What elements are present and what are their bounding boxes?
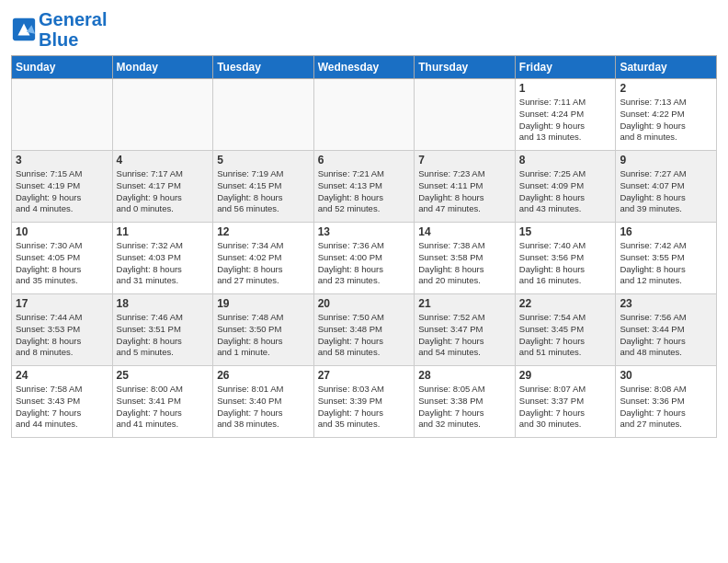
col-wednesday: Wednesday [313, 56, 415, 79]
day-cell: 26Sunrise: 8:01 AM Sunset: 3:40 PM Dayli… [213, 366, 314, 438]
day-info: Sunrise: 7:17 AM Sunset: 4:17 PM Dayligh… [117, 168, 210, 215]
day-info: Sunrise: 7:34 AM Sunset: 4:02 PM Dayligh… [217, 240, 310, 287]
day-number: 16 [620, 225, 712, 238]
header: General Blue [11, 9, 717, 50]
day-number: 9 [620, 154, 712, 167]
day-info: Sunrise: 7:52 AM Sunset: 3:47 PM Dayligh… [418, 312, 511, 359]
day-info: Sunrise: 7:23 AM Sunset: 4:11 PM Dayligh… [418, 168, 511, 215]
day-number: 20 [318, 297, 411, 310]
week-row-2: 3Sunrise: 7:15 AM Sunset: 4:19 PM Daylig… [12, 151, 717, 223]
day-info: Sunrise: 7:30 AM Sunset: 4:05 PM Dayligh… [16, 240, 108, 287]
day-cell: 29Sunrise: 8:07 AM Sunset: 3:37 PM Dayli… [515, 366, 616, 438]
day-cell: 27Sunrise: 8:03 AM Sunset: 3:39 PM Dayli… [313, 366, 415, 438]
day-cell: 25Sunrise: 8:00 AM Sunset: 3:41 PM Dayli… [112, 366, 213, 438]
day-cell: 8Sunrise: 7:25 AM Sunset: 4:09 PM Daylig… [515, 151, 616, 223]
day-info: Sunrise: 7:19 AM Sunset: 4:15 PM Dayligh… [217, 168, 310, 215]
day-info: Sunrise: 7:25 AM Sunset: 4:09 PM Dayligh… [519, 168, 612, 215]
day-cell: 19Sunrise: 7:48 AM Sunset: 3:50 PM Dayli… [213, 294, 314, 366]
day-cell: 14Sunrise: 7:38 AM Sunset: 3:58 PM Dayli… [415, 223, 516, 294]
day-cell [415, 79, 516, 151]
day-cell: 16Sunrise: 7:42 AM Sunset: 3:55 PM Dayli… [616, 223, 717, 294]
day-number: 5 [217, 154, 310, 167]
day-number: 13 [318, 225, 411, 238]
week-row-5: 24Sunrise: 7:58 AM Sunset: 3:43 PM Dayli… [12, 366, 717, 438]
day-number: 21 [418, 297, 511, 310]
day-info: Sunrise: 7:21 AM Sunset: 4:13 PM Dayligh… [318, 168, 411, 215]
day-info: Sunrise: 7:46 AM Sunset: 3:51 PM Dayligh… [117, 312, 210, 359]
day-info: Sunrise: 8:01 AM Sunset: 3:40 PM Dayligh… [217, 384, 310, 431]
day-cell: 10Sunrise: 7:30 AM Sunset: 4:05 PM Dayli… [12, 223, 113, 294]
day-number: 11 [117, 225, 210, 238]
day-number: 18 [117, 297, 210, 310]
day-info: Sunrise: 7:38 AM Sunset: 3:58 PM Dayligh… [418, 240, 511, 287]
day-cell: 12Sunrise: 7:34 AM Sunset: 4:02 PM Dayli… [213, 223, 314, 294]
day-number: 26 [217, 369, 310, 382]
day-cell: 6Sunrise: 7:21 AM Sunset: 4:13 PM Daylig… [313, 151, 415, 223]
col-sunday: Sunday [12, 56, 113, 79]
day-info: Sunrise: 7:36 AM Sunset: 4:00 PM Dayligh… [318, 240, 411, 287]
header-row: Sunday Monday Tuesday Wednesday Thursday… [12, 56, 717, 79]
col-monday: Monday [112, 56, 213, 79]
day-info: Sunrise: 7:50 AM Sunset: 3:48 PM Dayligh… [318, 312, 411, 359]
col-tuesday: Tuesday [213, 56, 314, 79]
day-cell: 4Sunrise: 7:17 AM Sunset: 4:17 PM Daylig… [112, 151, 213, 223]
day-cell: 3Sunrise: 7:15 AM Sunset: 4:19 PM Daylig… [12, 151, 113, 223]
day-cell: 15Sunrise: 7:40 AM Sunset: 3:56 PM Dayli… [515, 223, 616, 294]
day-number: 17 [16, 297, 108, 310]
day-cell: 24Sunrise: 7:58 AM Sunset: 3:43 PM Dayli… [12, 366, 113, 438]
day-info: Sunrise: 8:00 AM Sunset: 3:41 PM Dayligh… [117, 384, 210, 431]
day-cell: 5Sunrise: 7:19 AM Sunset: 4:15 PM Daylig… [213, 151, 314, 223]
day-number: 15 [519, 225, 612, 238]
day-number: 30 [620, 369, 712, 382]
day-info: Sunrise: 8:05 AM Sunset: 3:38 PM Dayligh… [418, 384, 511, 431]
day-cell: 1Sunrise: 7:11 AM Sunset: 4:24 PM Daylig… [515, 79, 616, 151]
logo-icon [11, 17, 37, 42]
week-row-4: 17Sunrise: 7:44 AM Sunset: 3:53 PM Dayli… [12, 294, 717, 366]
col-friday: Friday [515, 56, 616, 79]
page-container: General Blue Sunday Monday Tuesday Wedne… [0, 0, 728, 443]
day-cell: 22Sunrise: 7:54 AM Sunset: 3:45 PM Dayli… [515, 294, 616, 366]
day-cell: 30Sunrise: 8:08 AM Sunset: 3:36 PM Dayli… [616, 366, 717, 438]
day-cell: 17Sunrise: 7:44 AM Sunset: 3:53 PM Dayli… [12, 294, 113, 366]
day-number: 25 [117, 369, 210, 382]
day-cell [313, 79, 415, 151]
day-cell: 28Sunrise: 8:05 AM Sunset: 3:38 PM Dayli… [415, 366, 516, 438]
day-cell [12, 79, 113, 151]
day-number: 12 [217, 225, 310, 238]
day-info: Sunrise: 7:27 AM Sunset: 4:07 PM Dayligh… [620, 168, 712, 215]
day-cell: 21Sunrise: 7:52 AM Sunset: 3:47 PM Dayli… [415, 294, 516, 366]
week-row-3: 10Sunrise: 7:30 AM Sunset: 4:05 PM Dayli… [12, 223, 717, 294]
calendar-table: Sunday Monday Tuesday Wednesday Thursday… [11, 55, 717, 438]
day-info: Sunrise: 7:44 AM Sunset: 3:53 PM Dayligh… [16, 312, 108, 359]
day-cell [112, 79, 213, 151]
day-number: 2 [620, 82, 712, 95]
day-cell: 2Sunrise: 7:13 AM Sunset: 4:22 PM Daylig… [616, 79, 717, 151]
day-cell: 20Sunrise: 7:50 AM Sunset: 3:48 PM Dayli… [313, 294, 415, 366]
day-cell: 18Sunrise: 7:46 AM Sunset: 3:51 PM Dayli… [112, 294, 213, 366]
day-info: Sunrise: 8:07 AM Sunset: 3:37 PM Dayligh… [519, 384, 612, 431]
day-cell: 9Sunrise: 7:27 AM Sunset: 4:07 PM Daylig… [616, 151, 717, 223]
logo: General Blue [11, 9, 107, 50]
day-cell [213, 79, 314, 151]
day-number: 19 [217, 297, 310, 310]
day-number: 6 [318, 154, 411, 167]
day-info: Sunrise: 7:40 AM Sunset: 3:56 PM Dayligh… [519, 240, 612, 287]
day-number: 24 [16, 369, 108, 382]
col-thursday: Thursday [415, 56, 516, 79]
day-cell: 13Sunrise: 7:36 AM Sunset: 4:00 PM Dayli… [313, 223, 415, 294]
day-info: Sunrise: 7:54 AM Sunset: 3:45 PM Dayligh… [519, 312, 612, 359]
day-info: Sunrise: 8:08 AM Sunset: 3:36 PM Dayligh… [620, 384, 712, 431]
day-info: Sunrise: 7:32 AM Sunset: 4:03 PM Dayligh… [117, 240, 210, 287]
col-saturday: Saturday [616, 56, 717, 79]
day-number: 1 [519, 82, 612, 95]
day-number: 27 [318, 369, 411, 382]
week-row-1: 1Sunrise: 7:11 AM Sunset: 4:24 PM Daylig… [12, 79, 717, 151]
day-info: Sunrise: 7:58 AM Sunset: 3:43 PM Dayligh… [16, 384, 108, 431]
day-info: Sunrise: 7:11 AM Sunset: 4:24 PM Dayligh… [519, 97, 612, 144]
calendar-body: 1Sunrise: 7:11 AM Sunset: 4:24 PM Daylig… [12, 79, 717, 438]
day-info: Sunrise: 7:42 AM Sunset: 3:55 PM Dayligh… [620, 240, 712, 287]
day-number: 3 [16, 154, 108, 167]
day-info: Sunrise: 7:13 AM Sunset: 4:22 PM Dayligh… [620, 97, 712, 144]
day-number: 22 [519, 297, 612, 310]
day-number: 23 [620, 297, 712, 310]
